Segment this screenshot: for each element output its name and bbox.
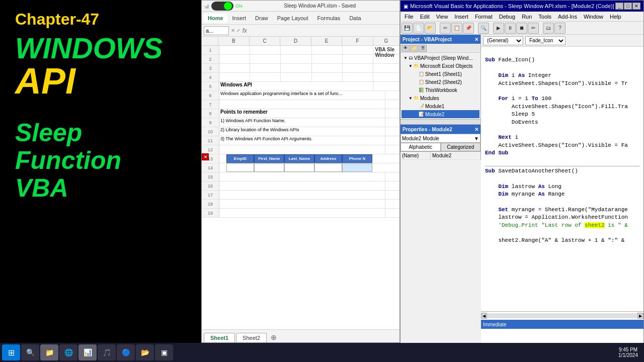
col-header-b[interactable]: B <box>218 37 250 45</box>
table-cell[interactable] <box>284 163 314 172</box>
taskbar-browser[interactable]: 🌐 <box>59 344 77 360</box>
vba-menu-run[interactable]: Run <box>519 13 535 20</box>
toolbar-save[interactable]: 💾 <box>401 23 413 34</box>
sheet-content: VBA SleWindow 1 2 3 4 5Windows API 6Wind… <box>202 46 399 329</box>
toolbar-design[interactable]: ✏ <box>528 23 539 34</box>
toolbar-help[interactable]: ? <box>554 23 566 34</box>
col-header-f[interactable]: F <box>342 37 373 45</box>
props-panel-close[interactable]: ✕ <box>474 127 478 132</box>
tree-item-modules[interactable]: ▼ 📁 Modules <box>401 94 479 102</box>
vba-menu-addins[interactable]: Add-Ins <box>555 13 580 20</box>
col-header-e[interactable]: E <box>311 37 343 45</box>
code-line <box>485 198 639 206</box>
table-row: 3 <box>202 64 399 73</box>
project-panel-close[interactable]: ✕ <box>474 37 478 42</box>
tree-item-excel-objects[interactable]: ▼ 📁 Microsoft Excel Objects <box>401 62 479 70</box>
ribbon-tab-insert[interactable]: Insert <box>228 14 251 23</box>
scroll-right-btn[interactable]: ▶ <box>637 313 643 319</box>
sheet-tab-sheet2[interactable]: Sheet2 <box>236 333 267 342</box>
ribbon-tab-draw[interactable]: Draw <box>251 14 272 23</box>
cell-name-box[interactable] <box>204 26 229 35</box>
vba-menu-help[interactable]: Help <box>607 13 624 20</box>
taskbar-excel-btn[interactable]: 📊 <box>78 344 97 360</box>
toolbar-run[interactable]: ▶ <box>493 23 504 34</box>
close-table-btn[interactable]: ✕ <box>202 153 209 160</box>
vba-menu-bar: File Edit View Insert Format Debug Run T… <box>400 12 643 22</box>
table-header-lastname: Last_Name <box>284 154 314 163</box>
taskbar-search[interactable]: 🔍 <box>21 344 39 360</box>
code-line: DoEvents <box>485 119 639 126</box>
tree-item-thisworkbook[interactable]: 📗 ThisWorkbook <box>401 86 479 94</box>
props-module-dropdown[interactable]: Module2 Module ▼ <box>400 134 480 143</box>
props-tab-categorized[interactable]: Categorized <box>441 143 481 151</box>
proj-toolbar-folder[interactable]: 📁 <box>410 45 418 52</box>
code-line: For i = 1 To 100 <box>485 95 639 103</box>
toolbar-new[interactable]: 📄 <box>413 23 424 34</box>
vba-minimize-btn[interactable]: _ <box>615 3 623 10</box>
horizontal-scrollbar[interactable] <box>487 313 637 318</box>
table-cell[interactable] <box>314 163 342 172</box>
toggle-switch[interactable] <box>211 2 233 11</box>
tree-item-sheet2[interactable]: 📋 Sheet2 (Sheet2) <box>401 78 479 86</box>
table-cell[interactable] <box>226 163 254 172</box>
toolbar-reset[interactable]: ⏹ <box>516 23 527 34</box>
taskbar-chrome[interactable]: 🔵 <box>117 344 135 360</box>
tree-item-vbaproject[interactable]: ▼ 🗂 VBAProject (Sleep Wind... <box>401 54 479 62</box>
col-header-c[interactable]: C <box>250 37 281 45</box>
sheet-tab-sheet1[interactable]: Sheet1 <box>204 333 235 342</box>
taskbar-files[interactable]: 📂 <box>136 344 154 360</box>
row-num-col-header <box>202 37 218 45</box>
table-row: 8Points to remember <box>202 109 399 118</box>
scroll-left-btn[interactable]: ◀ <box>481 313 487 319</box>
ribbon-tab-pagelayout[interactable]: Page Layout <box>273 14 312 23</box>
toolbar-cut[interactable]: ✂ <box>440 23 451 34</box>
table-row: 2 <box>202 55 399 64</box>
proj-toolbar-view[interactable]: 👁 <box>401 45 410 52</box>
toolbar-copy[interactable]: 📋 <box>451 23 462 34</box>
taskbar-explorer[interactable]: 📁 <box>40 344 58 360</box>
immediate-title: Immediate <box>481 320 643 329</box>
vba-menu-tools[interactable]: Tools <box>535 13 554 20</box>
vba-menu-window[interactable]: Window <box>581 13 606 20</box>
code-line: lastrow = Application.WorksheetFunction <box>485 214 639 221</box>
vba-menu-debug[interactable]: Debug <box>496 13 518 20</box>
vba-maximize-btn[interactable]: □ <box>624 3 632 10</box>
taskbar-vba-btn[interactable]: ▣ <box>155 344 173 360</box>
tree-item-sheet1[interactable]: 📋 Sheet1 (Sheet1) <box>401 70 479 78</box>
vba-menu-view[interactable]: View <box>433 13 451 20</box>
start-button[interactable]: ⊞ <box>2 344 20 360</box>
tree-item-module1[interactable]: 📝 Module1 <box>401 102 479 110</box>
vba-menu-format[interactable]: Format <box>472 13 496 20</box>
project-scrollbar-h[interactable] <box>400 119 480 124</box>
vba-close-btn[interactable]: ✕ <box>632 3 640 10</box>
system-time: 9:45 PM <box>618 347 638 352</box>
ribbon-tab-data[interactable]: Data <box>345 14 365 23</box>
vba-menu-edit[interactable]: Edit <box>417 13 433 20</box>
toolbar-userform[interactable]: 🗂 <box>543 23 554 34</box>
props-tab-alphabetic[interactable]: Alphabetic <box>400 143 441 151</box>
proj-toolbar-prop[interactable]: ☰ <box>419 45 427 52</box>
vba-menu-file[interactable]: File <box>401 13 417 20</box>
table-cell[interactable] <box>342 163 372 172</box>
table-cell[interactable] <box>254 163 284 172</box>
sheet-add-btn[interactable]: ⊕ <box>268 332 280 342</box>
toolbar-find[interactable]: 🔍 <box>478 23 489 34</box>
vba-menu-insert[interactable]: Insert <box>451 13 471 20</box>
code-dropdown-general[interactable]: (General) <box>483 36 523 45</box>
code-line <box>485 175 639 183</box>
ribbon-tab-home[interactable]: Home <box>204 14 227 23</box>
toolbar-break[interactable]: ⏸ <box>505 23 516 34</box>
toolbar-paste[interactable]: 📌 <box>463 23 474 34</box>
toolbar-open[interactable]: 📂 <box>425 23 436 34</box>
code-dropdown-procedure[interactable]: Fade_Icon <box>525 36 566 45</box>
table-header-address: Address <box>314 154 342 163</box>
taskbar-media[interactable]: 🎵 <box>98 344 116 360</box>
col-header-d[interactable]: D <box>280 37 311 45</box>
table-row: 5Windows API <box>202 82 399 91</box>
table-row: 15 <box>202 172 399 182</box>
formula-input[interactable] <box>249 28 397 34</box>
code-editor[interactable]: Sub Fade_Icon() Dim i As Integer ActiveS… <box>481 47 643 311</box>
ribbon-tab-formulas[interactable]: Formulas <box>313 14 345 23</box>
tree-item-module2[interactable]: 📝 Module2 <box>401 110 479 118</box>
col-header-g[interactable]: G <box>373 37 399 45</box>
